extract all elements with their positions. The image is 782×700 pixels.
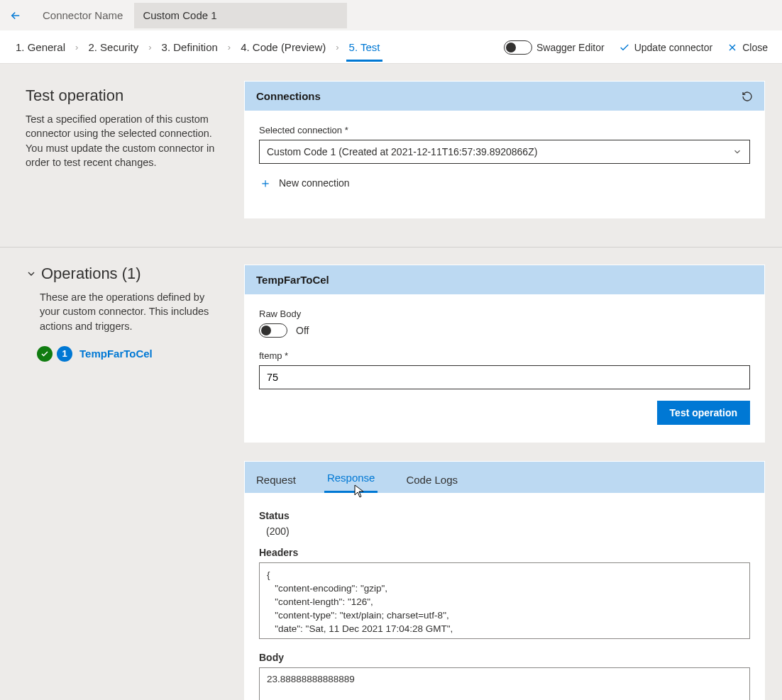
chevron-right-icon: › bbox=[228, 42, 231, 52]
wizard-steps: 1. General › 2. Security › 3. Definition… bbox=[0, 31, 782, 64]
operations-side: Operations (1) These are the operations … bbox=[17, 265, 216, 362]
tab-code-logs[interactable]: Code Logs bbox=[403, 474, 461, 493]
step-definition[interactable]: 3. Definition bbox=[160, 41, 219, 53]
close-label: Close bbox=[742, 42, 768, 53]
headers-textarea[interactable]: { "content-encoding": "gzip", "content-l… bbox=[259, 562, 750, 639]
chevron-right-icon: › bbox=[336, 42, 338, 52]
test-op-desc: Test a specified operation of this custo… bbox=[26, 112, 216, 170]
tab-response[interactable]: Response bbox=[324, 472, 378, 493]
connections-card: Connections Selected connection * Custom… bbox=[244, 81, 765, 218]
arrow-left-icon bbox=[9, 9, 22, 22]
headers-label: Headers bbox=[259, 547, 750, 558]
new-connection-button[interactable]: ＋ New connection bbox=[259, 177, 750, 189]
connections-title: Connections bbox=[256, 90, 321, 102]
result-tabs: Request Response Code Logs bbox=[245, 462, 764, 493]
refresh-icon[interactable] bbox=[742, 91, 753, 102]
connector-name-input[interactable]: Custom Code 1 bbox=[134, 3, 347, 28]
check-circle-icon bbox=[37, 346, 53, 362]
connector-name-label: Connector Name bbox=[31, 9, 134, 21]
new-connection-label: New connection bbox=[279, 177, 350, 189]
status-label: Status bbox=[259, 510, 750, 521]
ftemp-input[interactable] bbox=[259, 365, 750, 389]
header-actions: Swagger Editor Update connector Close bbox=[504, 40, 768, 55]
body-label: Body bbox=[259, 652, 750, 663]
operation-card-title: TempFarToCel bbox=[256, 274, 329, 286]
ftemp-label: ftemp * bbox=[259, 350, 750, 361]
plus-icon: ＋ bbox=[259, 177, 272, 189]
chevron-right-icon: › bbox=[148, 42, 151, 52]
operations-title: Operations (1) bbox=[41, 265, 141, 283]
swagger-editor-toggle[interactable]: Swagger Editor bbox=[504, 40, 605, 55]
tab-request[interactable]: Request bbox=[253, 474, 299, 493]
test-op-side: Test operation Test a specified operatio… bbox=[17, 81, 216, 170]
result-card: Request Response Code Logs Status (200) … bbox=[244, 461, 765, 700]
operations-toggle[interactable]: Operations (1) bbox=[26, 265, 216, 283]
raw-body-label: Raw Body bbox=[259, 309, 750, 319]
selected-connection-value: Custom Code 1 (Created at 2021-12-11T16:… bbox=[267, 146, 537, 157]
back-button[interactable] bbox=[0, 9, 31, 22]
close-icon bbox=[727, 42, 738, 53]
chevron-right-icon: › bbox=[75, 42, 78, 52]
selected-connection-dropdown[interactable]: Custom Code 1 (Created at 2021-12-11T16:… bbox=[259, 140, 750, 164]
operation-item[interactable]: 1 TempFarToCel bbox=[37, 346, 216, 362]
update-connector-label: Update connector bbox=[634, 42, 713, 53]
operation-count-badge: 1 bbox=[57, 346, 72, 362]
operation-card-header: TempFarToCel bbox=[245, 265, 764, 294]
update-connector-button[interactable]: Update connector bbox=[619, 42, 713, 53]
status-value: (200) bbox=[259, 526, 750, 537]
body-textarea[interactable]: 23.88888888888889 bbox=[259, 667, 750, 700]
connector-name-value: Custom Code 1 bbox=[143, 9, 216, 21]
close-button[interactable]: Close bbox=[727, 42, 768, 53]
operation-name: TempFarToCel bbox=[79, 348, 153, 360]
chevron-down-icon bbox=[732, 147, 742, 157]
step-general[interactable]: 1. General bbox=[14, 41, 67, 53]
connections-header: Connections bbox=[245, 82, 764, 111]
selected-connection-label: Selected connection * bbox=[259, 125, 750, 135]
raw-body-toggle[interactable] bbox=[259, 323, 287, 338]
test-op-title: Test operation bbox=[26, 87, 216, 105]
operation-card: TempFarToCel Raw Body Off ftemp * Test o… bbox=[244, 265, 765, 443]
swagger-editor-label: Swagger Editor bbox=[536, 42, 605, 53]
test-operation-button[interactable]: Test operation bbox=[657, 401, 750, 425]
step-security[interactable]: 2. Security bbox=[87, 41, 140, 53]
chevron-down-icon bbox=[26, 268, 37, 279]
step-code[interactable]: 4. Code (Preview) bbox=[239, 41, 327, 53]
operations-desc: These are the operations defined by your… bbox=[40, 290, 216, 333]
step-test[interactable]: 5. Test bbox=[348, 41, 382, 53]
check-icon bbox=[619, 42, 630, 53]
top-header: Connector Name Custom Code 1 bbox=[0, 0, 782, 31]
raw-body-state: Off bbox=[296, 325, 309, 336]
main-area: Test operation Test a specified operatio… bbox=[0, 64, 782, 700]
